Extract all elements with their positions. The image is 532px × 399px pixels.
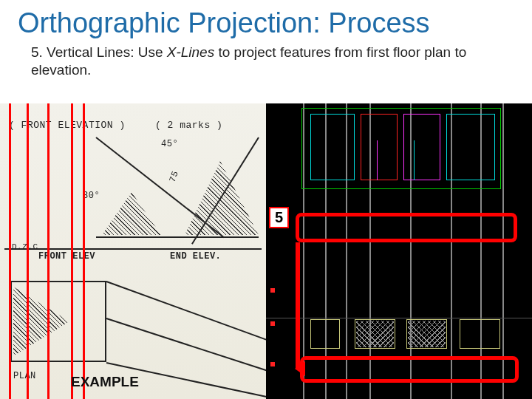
label-marks: ( 2 marks ) xyxy=(155,120,222,131)
label-plan: PLAN xyxy=(13,371,36,381)
label-dzc: D.Z.C xyxy=(12,242,38,251)
xline-4 xyxy=(71,103,73,399)
slide-subtitle: 5. Vertical Lines: Use X-Lines to projec… xyxy=(0,42,532,85)
elev-win-1 xyxy=(310,319,340,349)
subtitle-emphasis: X-Lines xyxy=(167,44,214,60)
ground-line xyxy=(4,248,262,250)
xline-2 xyxy=(27,103,29,399)
label-angle30: 30° xyxy=(83,191,100,201)
plan-room-2 xyxy=(361,114,398,180)
red-arrowhead xyxy=(295,361,305,376)
cad-ground xyxy=(266,318,532,318)
sketch-panel: ( FRONT ELEVATION ) ( 2 marks ) 45° 30° … xyxy=(0,103,266,399)
plan-detail-1 xyxy=(377,140,378,180)
label-end-elev: END ELEV. xyxy=(170,251,221,262)
elev-win-2-hatch xyxy=(356,321,394,347)
plan-room-4 xyxy=(446,114,495,180)
label-angle45: 45° xyxy=(161,139,178,149)
xline-5 xyxy=(83,103,85,399)
red-highlight-upper xyxy=(296,213,517,242)
step-badge: 5 xyxy=(269,207,289,228)
xline-1 xyxy=(9,103,11,399)
plan-room-3 xyxy=(403,114,440,180)
content-area: ( FRONT ELEVATION ) ( 2 marks ) 45° 30° … xyxy=(0,103,532,399)
tick-2 xyxy=(270,321,275,326)
tick-1 xyxy=(270,288,275,293)
elev-win-4 xyxy=(460,319,500,349)
cad-vline-8 xyxy=(502,103,504,399)
red-highlight-lower xyxy=(300,356,519,383)
elev-win-3-hatch xyxy=(408,321,446,347)
plan-detail-2 xyxy=(414,140,415,180)
tick-3 xyxy=(270,362,275,366)
cad-panel: 5 xyxy=(266,103,532,399)
xline-3 xyxy=(47,103,50,399)
roof-base xyxy=(96,236,259,238)
plan-room-1 xyxy=(310,114,355,180)
subtitle-prefix: 5. Vertical Lines: Use xyxy=(31,44,167,60)
slide-title: Orthographic Projection: Process xyxy=(0,0,532,42)
example-label: EXAMPLE xyxy=(71,374,139,390)
red-connector xyxy=(296,242,300,369)
